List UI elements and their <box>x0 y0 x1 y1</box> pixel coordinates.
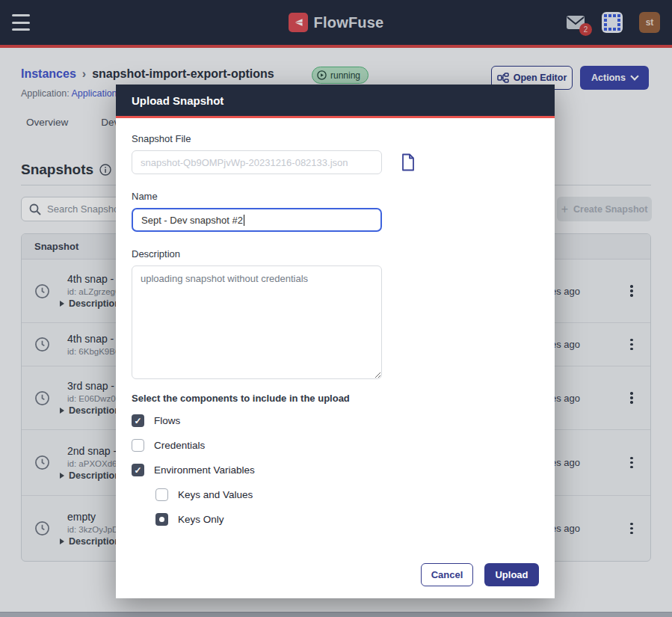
checkbox-unchecked-icon[interactable] <box>132 439 144 452</box>
snapshot-file-input[interactable] <box>132 150 382 174</box>
file-document-icon[interactable] <box>401 153 416 171</box>
name-value: Sept - Dev snapshot #2 <box>141 215 243 226</box>
option-label: Keys Only <box>178 514 224 525</box>
checkbox-unchecked-icon[interactable] <box>155 488 168 501</box>
name-input[interactable]: Sept - Dev snapshot #2 <box>132 208 382 232</box>
option-credentials[interactable]: Credentials <box>132 439 539 452</box>
option-label: Credentials <box>154 440 205 451</box>
checkbox-checked-icon[interactable]: ✓ <box>132 464 144 476</box>
checkbox-checked-icon[interactable]: ✓ <box>132 414 144 427</box>
upload-button[interactable]: Upload <box>484 563 539 586</box>
snapshot-file-label: Snapshot File <box>132 133 539 144</box>
cancel-button[interactable]: Cancel <box>421 563 473 586</box>
upload-snapshot-modal: Upload Snapshot Snapshot File Name Sept … <box>116 85 555 598</box>
description-textarea[interactable]: uploading snapshot without credentials <box>132 265 382 379</box>
option-keys-and-values[interactable]: Keys and Values <box>155 488 539 501</box>
modal-title: Upload Snapshot <box>132 94 224 107</box>
modal-body: Snapshot File Name Sept - Dev snapshot #… <box>116 118 555 550</box>
text-caret <box>244 215 244 226</box>
components-heading: Select the components to include in the … <box>132 393 539 404</box>
modal-header: Upload Snapshot <box>116 85 555 118</box>
modal-footer: Cancel Upload <box>116 550 555 598</box>
option-environment-variables[interactable]: ✓ Environment Variables <box>132 464 539 476</box>
option-label: Flows <box>154 415 180 426</box>
radio-checked-icon[interactable] <box>155 513 168 526</box>
option-keys-only[interactable]: Keys Only <box>155 513 539 526</box>
description-label: Description <box>132 248 539 260</box>
option-flows[interactable]: ✓ Flows <box>132 414 539 427</box>
option-label: Keys and Values <box>178 489 253 500</box>
name-label: Name <box>132 191 539 202</box>
option-label: Environment Variables <box>154 464 255 476</box>
